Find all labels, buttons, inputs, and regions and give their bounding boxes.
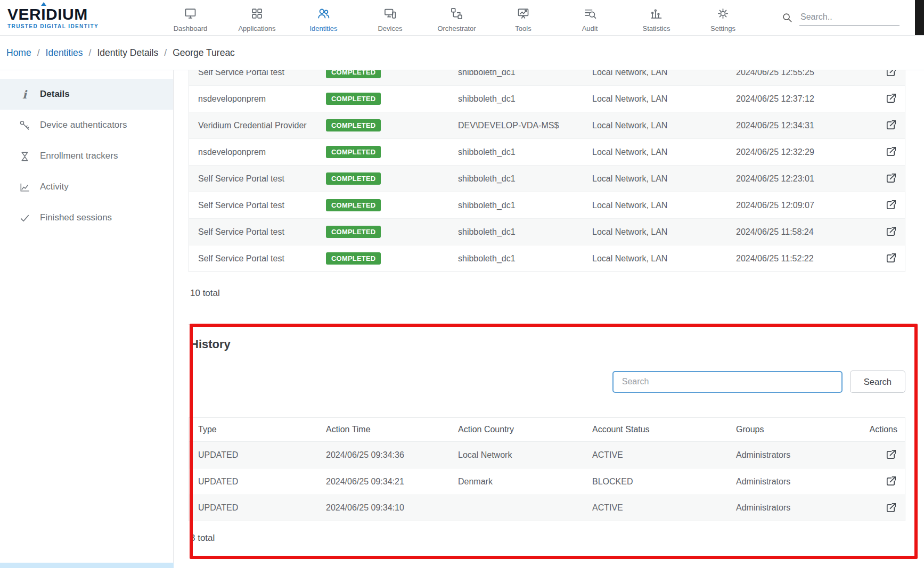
- history-row: UPDATED 2024/06/25 09:34:21 Denmark BLOC…: [189, 468, 905, 495]
- history-table-header: Type Action Time Action Country Account …: [189, 418, 905, 441]
- sidebar-item-device-authenticators[interactable]: Device authenticators: [0, 110, 173, 141]
- nav-label: Tools: [515, 24, 531, 32]
- nav-item-dashboard[interactable]: Dashboard: [157, 3, 224, 32]
- sidebar-item-activity[interactable]: Activity: [0, 171, 173, 202]
- session-time: 2024/06/25 12:09:07: [736, 201, 860, 210]
- breadcrumb-identities[interactable]: Identities: [46, 47, 83, 59]
- history-type: UPDATED: [198, 450, 326, 460]
- open-history-entry-button[interactable]: [884, 448, 897, 462]
- open-session-button[interactable]: [884, 199, 897, 212]
- nav-item-applications[interactable]: Applications: [224, 3, 290, 32]
- session-time: 2024/06/25 12:32:29: [736, 147, 860, 157]
- history-type: UPDATED: [198, 477, 326, 487]
- sidebar-item-details[interactable]: i Details: [0, 79, 173, 110]
- history-section: History Search Type Action Time Action C…: [189, 324, 905, 544]
- session-row: Self Service Portal test COMPLETED shibb…: [189, 245, 905, 271]
- open-history-entry-button[interactable]: [884, 501, 897, 515]
- main-nav: Dashboard Applications Identities Device…: [157, 3, 756, 32]
- open-session-button[interactable]: [884, 92, 897, 106]
- open-session-button[interactable]: [884, 70, 897, 79]
- nav-label: Settings: [710, 24, 735, 32]
- breadcrumb-home[interactable]: Home: [6, 47, 31, 59]
- identity-sidebar: i Details Device authenticators Enrollme…: [0, 70, 174, 567]
- open-session-button[interactable]: [884, 225, 897, 239]
- history-groups: Administrators: [736, 450, 860, 460]
- history-search-bar: Search: [189, 371, 905, 393]
- nav-item-audit[interactable]: Audit: [557, 3, 623, 32]
- status-badge: COMPLETED: [326, 119, 381, 131]
- nav-item-identities[interactable]: Identities: [290, 3, 357, 32]
- dashboard-icon: [183, 6, 198, 21]
- history-search-button[interactable]: Search: [850, 371, 905, 393]
- status-badge: COMPLETED: [326, 252, 381, 265]
- check-icon: [18, 212, 31, 224]
- breadcrumb-identity-details: Identity Details: [97, 47, 158, 59]
- status-badge: COMPLETED: [326, 226, 381, 238]
- open-history-entry-button[interactable]: [884, 475, 897, 489]
- nav-item-orchestrator[interactable]: Orchestrator: [423, 3, 490, 32]
- nav-item-tools[interactable]: Tools: [490, 3, 557, 32]
- session-server: shibboleth_dc1: [458, 254, 592, 264]
- history-action-country: Denmark: [458, 477, 592, 487]
- open-session-button[interactable]: [884, 145, 897, 159]
- session-time: 2024/06/25 12:23:01: [736, 174, 860, 184]
- nav-item-settings[interactable]: Settings: [690, 3, 756, 32]
- session-server: shibboleth_dc1: [458, 147, 592, 157]
- breadcrumb-separator: /: [164, 47, 167, 59]
- session-server: shibboleth_dc1: [458, 227, 592, 237]
- sidebar-item-finished-sessions[interactable]: Finished sessions: [0, 202, 173, 233]
- nav-item-statistics[interactable]: Statistics: [623, 3, 690, 32]
- status-badge: COMPLETED: [326, 172, 381, 185]
- window-corner: [915, 0, 924, 35]
- session-name: Self Service Portal test: [198, 227, 326, 237]
- session-name: Veridium Credential Provider: [198, 121, 326, 130]
- column-header-actions: Actions: [870, 425, 897, 434]
- brand-tagline: TRUSTED DIGITAL IDENTITY: [7, 23, 127, 29]
- session-time: 2024/06/25 11:58:24: [736, 227, 860, 237]
- session-name: Self Service Portal test: [198, 70, 326, 77]
- history-table: Type Action Time Action Country Account …: [189, 417, 905, 521]
- key-icon: [18, 119, 31, 131]
- session-location: Local Network, LAN: [592, 147, 736, 157]
- session-time: 2024/06/25 12:37:12: [736, 94, 860, 104]
- open-session-button[interactable]: [884, 119, 897, 133]
- history-groups: Administrators: [736, 477, 860, 487]
- history-action-country: Local Network: [458, 450, 592, 460]
- session-row: Self Service Portal test COMPLETED shibb…: [189, 70, 905, 85]
- identities-icon: [316, 6, 331, 21]
- finished-sessions-table: Self Service Portal test COMPLETED shibb…: [189, 70, 905, 272]
- global-search-input[interactable]: [799, 10, 900, 26]
- nav-label: Statistics: [642, 24, 670, 32]
- breadcrumb-separator: /: [37, 47, 40, 59]
- history-search-input[interactable]: [612, 371, 843, 393]
- nav-item-devices[interactable]: Devices: [357, 3, 423, 32]
- history-row: UPDATED 2024/06/25 09:34:10 ACTIVE Admin…: [189, 495, 905, 521]
- column-header-action-country: Action Country: [458, 425, 592, 434]
- history-action-time: 2024/06/25 09:34:10: [326, 503, 458, 513]
- sidebar-horizontal-scrollbar[interactable]: [0, 563, 174, 568]
- column-header-groups: Groups: [736, 425, 860, 434]
- history-groups: Administrators: [736, 503, 860, 513]
- session-time: 2024/06/25 12:55:25: [736, 70, 860, 77]
- status-badge: COMPLETED: [326, 70, 381, 78]
- session-server: shibboleth_dc1: [458, 174, 592, 184]
- orchestrator-icon: [449, 6, 464, 21]
- session-location: Local Network, LAN: [592, 227, 736, 237]
- session-row: Self Service Portal test COMPLETED shibb…: [189, 165, 905, 192]
- veridium-logo: VERIDIUM TRUSTED DIGITAL IDENTITY: [7, 6, 127, 29]
- session-row: Self Service Portal test COMPLETED shibb…: [189, 192, 905, 218]
- sidebar-item-enrollment-trackers[interactable]: Enrollment trackers: [0, 141, 173, 171]
- sessions-total: 10 total: [190, 288, 905, 299]
- session-name: nsdeveloponprem: [198, 94, 326, 104]
- history-action-time: 2024/06/25 09:34:36: [326, 450, 458, 460]
- settings-icon: [716, 6, 730, 21]
- statistics-icon: [649, 6, 664, 21]
- open-session-button[interactable]: [884, 172, 897, 186]
- session-name: Self Service Portal test: [198, 174, 326, 184]
- status-badge: COMPLETED: [326, 199, 381, 211]
- session-time: 2024/06/25 11:52:22: [736, 254, 860, 264]
- audit-icon: [583, 6, 597, 21]
- session-location: Local Network, LAN: [592, 201, 736, 210]
- session-location: Local Network, LAN: [592, 254, 736, 264]
- open-session-button[interactable]: [884, 252, 897, 266]
